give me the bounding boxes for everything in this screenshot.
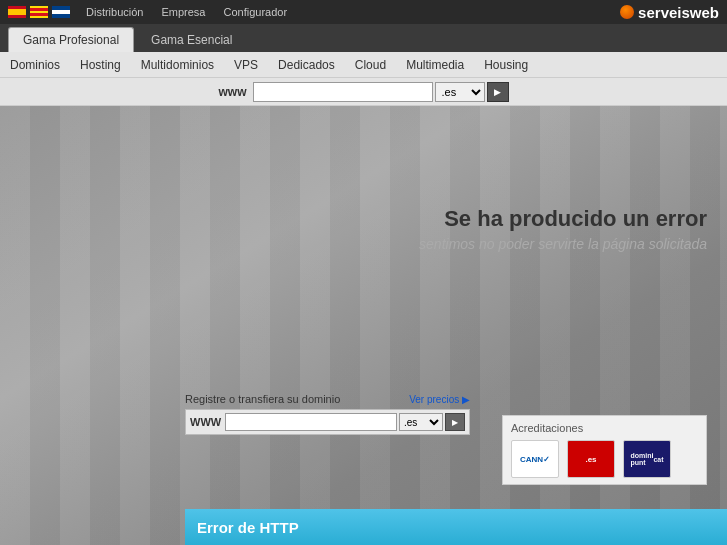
logo-text: serveisweb xyxy=(638,4,719,21)
top-nav-links: Distribución Empresa Configurador xyxy=(86,6,287,18)
error-main: Se ha producido un error sentimos no pod… xyxy=(419,206,707,252)
nav-empresa[interactable]: Empresa xyxy=(161,6,205,18)
accred-cann: CANN✓ xyxy=(511,440,559,478)
tabs-bar: Gama Profesional Gama Esencial xyxy=(0,24,727,52)
http-error-bar: Error de HTTP xyxy=(185,509,727,545)
logo-icon xyxy=(620,5,634,19)
accreditations-title: Acreditaciones xyxy=(511,422,698,434)
top-logo: serveisweb xyxy=(620,4,719,21)
accred-cat: dominipuntcat xyxy=(623,440,671,478)
domain-box-link[interactable]: Ver precios ▶ xyxy=(409,394,470,405)
top-bar-left: Distribución Empresa Configurador xyxy=(8,6,287,18)
tab-gama-profesional[interactable]: Gama Profesional xyxy=(8,27,134,52)
nav-multidominios[interactable]: Multidominios xyxy=(141,58,214,72)
search-input[interactable] xyxy=(253,82,433,102)
domain-box-header: Registre o transfiera su dominio Ver pre… xyxy=(185,393,470,405)
domain-search-button[interactable] xyxy=(445,413,465,431)
nav-distribucion[interactable]: Distribución xyxy=(86,6,143,18)
domain-search-input[interactable] xyxy=(225,413,397,431)
flag-catalan xyxy=(30,6,48,18)
www-label: www xyxy=(218,85,246,99)
error-title: Se ha producido un error xyxy=(419,206,707,232)
nav-dominios[interactable]: Dominios xyxy=(10,58,60,72)
nav-dedicados[interactable]: Dedicados xyxy=(278,58,335,72)
nav-hosting[interactable]: Hosting xyxy=(80,58,121,72)
domain-ext-select-box[interactable]: .es .com .net .org xyxy=(399,413,443,431)
tab-gama-esencial[interactable]: Gama Esencial xyxy=(136,27,247,52)
nav-configurador[interactable]: Configurador xyxy=(224,6,288,18)
main-content: Se ha producido un error sentimos no pod… xyxy=(0,106,727,545)
http-error-label: Error de HTTP xyxy=(197,519,299,536)
search-button[interactable] xyxy=(487,82,509,102)
nav-cloud[interactable]: Cloud xyxy=(355,58,386,72)
domain-www-label: WWW xyxy=(190,416,221,428)
search-row: www .es .com .net .org xyxy=(0,78,727,106)
error-subtitle: sentimos no poder servirte la página sol… xyxy=(419,236,707,252)
nav-housing[interactable]: Housing xyxy=(484,58,528,72)
nav-multimedia[interactable]: Multimedia xyxy=(406,58,464,72)
flag-spanish xyxy=(8,6,26,18)
domain-box: Registre o transfiera su dominio Ver pre… xyxy=(185,393,470,435)
top-bar: Distribución Empresa Configurador servei… xyxy=(0,0,727,24)
domain-box-label: Registre o transfiera su dominio xyxy=(185,393,340,405)
flag-uk xyxy=(52,6,70,18)
accreditations-logos: CANN✓ .es dominipuntcat xyxy=(511,440,698,478)
domain-ext-select[interactable]: .es .com .net .org xyxy=(435,82,485,102)
accred-es: .es xyxy=(567,440,615,478)
nav-links: Dominios Hosting Multidominios VPS Dedic… xyxy=(0,52,727,78)
accreditations-box: Acreditaciones CANN✓ .es dominipuntcat xyxy=(502,415,707,485)
domain-input-row: WWW .es .com .net .org xyxy=(185,409,470,435)
nav-vps[interactable]: VPS xyxy=(234,58,258,72)
